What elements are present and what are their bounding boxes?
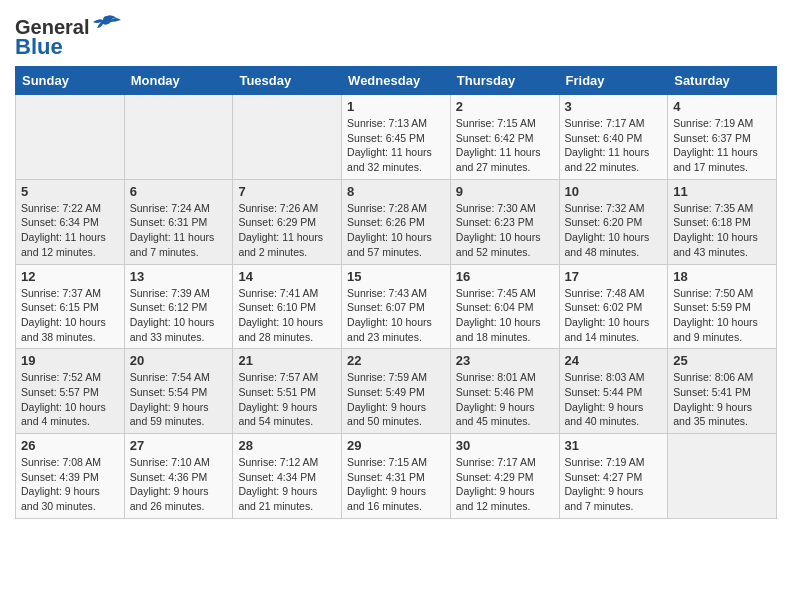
calendar-cell: 30Sunrise: 7:17 AM Sunset: 4:29 PM Dayli… xyxy=(450,434,559,519)
calendar-cell: 7Sunrise: 7:26 AM Sunset: 6:29 PM Daylig… xyxy=(233,179,342,264)
logo-bird-icon xyxy=(93,14,121,32)
day-info: Sunrise: 7:28 AM Sunset: 6:26 PM Dayligh… xyxy=(347,201,445,260)
day-number: 28 xyxy=(238,438,336,453)
day-number: 2 xyxy=(456,99,554,114)
day-info: Sunrise: 7:19 AM Sunset: 6:37 PM Dayligh… xyxy=(673,116,771,175)
day-info: Sunrise: 7:41 AM Sunset: 6:10 PM Dayligh… xyxy=(238,286,336,345)
calendar-cell: 1Sunrise: 7:13 AM Sunset: 6:45 PM Daylig… xyxy=(342,95,451,180)
day-number: 7 xyxy=(238,184,336,199)
calendar-header-monday: Monday xyxy=(124,67,233,95)
calendar-cell: 26Sunrise: 7:08 AM Sunset: 4:39 PM Dayli… xyxy=(16,434,125,519)
day-info: Sunrise: 7:30 AM Sunset: 6:23 PM Dayligh… xyxy=(456,201,554,260)
calendar-cell: 16Sunrise: 7:45 AM Sunset: 6:04 PM Dayli… xyxy=(450,264,559,349)
logo: General Blue xyxy=(15,10,121,60)
day-info: Sunrise: 7:39 AM Sunset: 6:12 PM Dayligh… xyxy=(130,286,228,345)
calendar-cell: 31Sunrise: 7:19 AM Sunset: 4:27 PM Dayli… xyxy=(559,434,668,519)
day-info: Sunrise: 7:48 AM Sunset: 6:02 PM Dayligh… xyxy=(565,286,663,345)
calendar-cell: 28Sunrise: 7:12 AM Sunset: 4:34 PM Dayli… xyxy=(233,434,342,519)
calendar-cell: 3Sunrise: 7:17 AM Sunset: 6:40 PM Daylig… xyxy=(559,95,668,180)
day-info: Sunrise: 7:08 AM Sunset: 4:39 PM Dayligh… xyxy=(21,455,119,514)
day-info: Sunrise: 7:12 AM Sunset: 4:34 PM Dayligh… xyxy=(238,455,336,514)
day-number: 3 xyxy=(565,99,663,114)
calendar-cell: 20Sunrise: 7:54 AM Sunset: 5:54 PM Dayli… xyxy=(124,349,233,434)
day-info: Sunrise: 7:37 AM Sunset: 6:15 PM Dayligh… xyxy=(21,286,119,345)
day-number: 27 xyxy=(130,438,228,453)
day-number: 16 xyxy=(456,269,554,284)
calendar-cell xyxy=(233,95,342,180)
day-number: 25 xyxy=(673,353,771,368)
calendar-cell: 22Sunrise: 7:59 AM Sunset: 5:49 PM Dayli… xyxy=(342,349,451,434)
day-number: 9 xyxy=(456,184,554,199)
day-info: Sunrise: 7:45 AM Sunset: 6:04 PM Dayligh… xyxy=(456,286,554,345)
day-number: 22 xyxy=(347,353,445,368)
calendar-cell: 23Sunrise: 8:01 AM Sunset: 5:46 PM Dayli… xyxy=(450,349,559,434)
calendar-week-5: 26Sunrise: 7:08 AM Sunset: 4:39 PM Dayli… xyxy=(16,434,777,519)
calendar-cell: 11Sunrise: 7:35 AM Sunset: 6:18 PM Dayli… xyxy=(668,179,777,264)
day-info: Sunrise: 7:59 AM Sunset: 5:49 PM Dayligh… xyxy=(347,370,445,429)
calendar-cell: 14Sunrise: 7:41 AM Sunset: 6:10 PM Dayli… xyxy=(233,264,342,349)
day-number: 14 xyxy=(238,269,336,284)
calendar-cell: 27Sunrise: 7:10 AM Sunset: 4:36 PM Dayli… xyxy=(124,434,233,519)
calendar-week-1: 1Sunrise: 7:13 AM Sunset: 6:45 PM Daylig… xyxy=(16,95,777,180)
day-info: Sunrise: 8:06 AM Sunset: 5:41 PM Dayligh… xyxy=(673,370,771,429)
day-number: 4 xyxy=(673,99,771,114)
day-info: Sunrise: 7:10 AM Sunset: 4:36 PM Dayligh… xyxy=(130,455,228,514)
calendar-cell: 10Sunrise: 7:32 AM Sunset: 6:20 PM Dayli… xyxy=(559,179,668,264)
day-info: Sunrise: 8:03 AM Sunset: 5:44 PM Dayligh… xyxy=(565,370,663,429)
day-info: Sunrise: 7:35 AM Sunset: 6:18 PM Dayligh… xyxy=(673,201,771,260)
calendar-cell: 17Sunrise: 7:48 AM Sunset: 6:02 PM Dayli… xyxy=(559,264,668,349)
calendar-cell: 4Sunrise: 7:19 AM Sunset: 6:37 PM Daylig… xyxy=(668,95,777,180)
calendar-header-thursday: Thursday xyxy=(450,67,559,95)
day-info: Sunrise: 7:26 AM Sunset: 6:29 PM Dayligh… xyxy=(238,201,336,260)
calendar-week-3: 12Sunrise: 7:37 AM Sunset: 6:15 PM Dayli… xyxy=(16,264,777,349)
day-number: 5 xyxy=(21,184,119,199)
day-info: Sunrise: 7:32 AM Sunset: 6:20 PM Dayligh… xyxy=(565,201,663,260)
calendar-cell: 8Sunrise: 7:28 AM Sunset: 6:26 PM Daylig… xyxy=(342,179,451,264)
day-number: 23 xyxy=(456,353,554,368)
calendar-header-row: SundayMondayTuesdayWednesdayThursdayFrid… xyxy=(16,67,777,95)
calendar-week-4: 19Sunrise: 7:52 AM Sunset: 5:57 PM Dayli… xyxy=(16,349,777,434)
day-info: Sunrise: 7:50 AM Sunset: 5:59 PM Dayligh… xyxy=(673,286,771,345)
day-number: 15 xyxy=(347,269,445,284)
calendar-cell: 9Sunrise: 7:30 AM Sunset: 6:23 PM Daylig… xyxy=(450,179,559,264)
calendar-cell xyxy=(16,95,125,180)
calendar-cell xyxy=(124,95,233,180)
day-number: 12 xyxy=(21,269,119,284)
calendar-cell: 6Sunrise: 7:24 AM Sunset: 6:31 PM Daylig… xyxy=(124,179,233,264)
day-number: 20 xyxy=(130,353,228,368)
day-info: Sunrise: 7:22 AM Sunset: 6:34 PM Dayligh… xyxy=(21,201,119,260)
logo-blue: Blue xyxy=(15,34,63,60)
day-number: 21 xyxy=(238,353,336,368)
calendar-cell: 19Sunrise: 7:52 AM Sunset: 5:57 PM Dayli… xyxy=(16,349,125,434)
calendar-header-sunday: Sunday xyxy=(16,67,125,95)
day-number: 11 xyxy=(673,184,771,199)
day-info: Sunrise: 8:01 AM Sunset: 5:46 PM Dayligh… xyxy=(456,370,554,429)
calendar-cell xyxy=(668,434,777,519)
day-info: Sunrise: 7:52 AM Sunset: 5:57 PM Dayligh… xyxy=(21,370,119,429)
day-info: Sunrise: 7:15 AM Sunset: 6:42 PM Dayligh… xyxy=(456,116,554,175)
day-number: 30 xyxy=(456,438,554,453)
calendar-cell: 18Sunrise: 7:50 AM Sunset: 5:59 PM Dayli… xyxy=(668,264,777,349)
day-number: 17 xyxy=(565,269,663,284)
page-container: General Blue SundayMondayTuesdayWednesda… xyxy=(0,0,792,529)
day-number: 18 xyxy=(673,269,771,284)
day-number: 6 xyxy=(130,184,228,199)
day-number: 19 xyxy=(21,353,119,368)
calendar-cell: 29Sunrise: 7:15 AM Sunset: 4:31 PM Dayli… xyxy=(342,434,451,519)
header: General Blue xyxy=(15,10,777,60)
calendar-header-tuesday: Tuesday xyxy=(233,67,342,95)
day-number: 8 xyxy=(347,184,445,199)
day-info: Sunrise: 7:13 AM Sunset: 6:45 PM Dayligh… xyxy=(347,116,445,175)
calendar-header-wednesday: Wednesday xyxy=(342,67,451,95)
day-number: 10 xyxy=(565,184,663,199)
calendar-cell: 15Sunrise: 7:43 AM Sunset: 6:07 PM Dayli… xyxy=(342,264,451,349)
day-number: 13 xyxy=(130,269,228,284)
day-info: Sunrise: 7:54 AM Sunset: 5:54 PM Dayligh… xyxy=(130,370,228,429)
day-number: 1 xyxy=(347,99,445,114)
day-info: Sunrise: 7:17 AM Sunset: 6:40 PM Dayligh… xyxy=(565,116,663,175)
day-number: 31 xyxy=(565,438,663,453)
day-info: Sunrise: 7:17 AM Sunset: 4:29 PM Dayligh… xyxy=(456,455,554,514)
day-info: Sunrise: 7:19 AM Sunset: 4:27 PM Dayligh… xyxy=(565,455,663,514)
calendar-header-friday: Friday xyxy=(559,67,668,95)
day-number: 24 xyxy=(565,353,663,368)
